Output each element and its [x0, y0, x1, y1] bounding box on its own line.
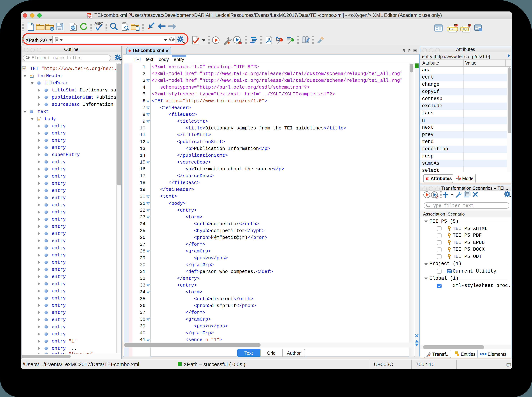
- svg-text:XQ: XQ: [462, 28, 467, 31]
- svg-text:XSLT: XSLT: [449, 28, 456, 31]
- svg-text:XML: XML: [87, 13, 91, 15]
- svg-text:*: *: [148, 26, 150, 31]
- svg-text:TEI: TEI: [23, 68, 25, 70]
- svg-text:<o>: <o>: [88, 16, 91, 18]
